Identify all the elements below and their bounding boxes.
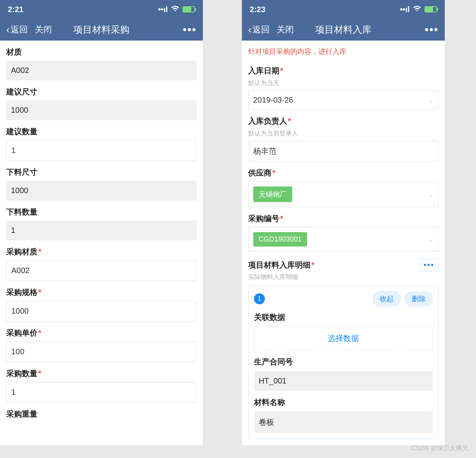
signal-icon: ••ıl — [400, 5, 410, 14]
detail-hint: 实际物料入库明细 — [248, 273, 439, 281]
collapse-button[interactable]: 收起 — [373, 291, 401, 307]
delete-button[interactable]: 删除 — [405, 291, 433, 307]
value-cut-qty: 1 — [6, 220, 197, 240]
status-icons: ••ıl — [400, 5, 437, 14]
select-in-date[interactable]: 2019-03-26 ⌄ — [248, 91, 439, 110]
label-purchase-material: 采购材质* — [6, 247, 197, 257]
hint-in-date: 默认为当天 — [248, 79, 439, 87]
input-suggested-qty[interactable] — [6, 140, 197, 161]
more-button[interactable]: ••• — [183, 23, 197, 36]
back-label: 返回 — [11, 24, 28, 36]
select-data-button[interactable]: 选择数据 — [254, 327, 433, 350]
label-purchase-spec: 采购规格* — [6, 287, 197, 298]
label-suggested-qty: 建议数量 — [6, 126, 197, 137]
label-suggested-size: 建议尺寸 — [6, 87, 197, 97]
chevron-down-icon: ⌄ — [428, 236, 433, 243]
value-material: A002 — [6, 60, 197, 80]
card-index: 1 — [254, 293, 265, 304]
label-cut-size: 下料尺寸 — [6, 167, 197, 178]
label-supplier: 供应商* — [248, 168, 439, 178]
page-title: 项目材料采购 — [73, 23, 130, 36]
label-in-owner: 入库负责人* — [248, 116, 439, 126]
detail-card: 1 收起 删除 关联数据 选择数据 生产合同号 HT_001 材料名称 卷板 — [248, 285, 439, 439]
input-purchase-spec[interactable] — [6, 301, 197, 321]
contract-label: 生产合同号 — [254, 357, 433, 367]
input-in-owner[interactable] — [248, 141, 439, 162]
select-supplier[interactable]: 无锡钢厂 ⌄ — [248, 181, 439, 207]
signal-icon: ••ıl — [158, 5, 168, 14]
purchase-no-tag: CGD1903001 — [253, 232, 307, 247]
close-button[interactable]: 关闭 — [35, 24, 52, 36]
nav-bar: ‹ 返回 关闭 项目材料入库 ••• — [242, 19, 445, 41]
label-purchase-qty: 采购数量* — [6, 368, 197, 379]
back-button[interactable]: ‹ 返回 — [6, 24, 28, 36]
material-name-label: 材料名称 — [254, 397, 433, 408]
form-content: 针对项目采购的内容，进行入库 入库日期* 默认为当天 2019-03-26 ⌄ … — [242, 41, 445, 445]
supplier-tag: 无锡钢厂 — [253, 186, 292, 202]
battery-icon — [424, 6, 437, 12]
chevron-down-icon: ⌄ — [428, 96, 433, 104]
value-cut-size: 1000 — [6, 181, 197, 201]
nav-bar: ‹ 返回 关闭 项目材料采购 ••• — [0, 19, 203, 41]
detail-title-wrap: 项目材料入库明细* — [248, 260, 314, 270]
label-purchase-price: 采购单价* — [6, 328, 197, 338]
contract-value: HT_001 — [254, 371, 433, 391]
select-purchase-no[interactable]: CGD1903001 ⌄ — [248, 227, 439, 252]
detail-more-button[interactable]: ••• — [419, 259, 439, 272]
back-label: 返回 — [252, 24, 270, 36]
status-bar: 2:23 ••ıl — [242, 0, 445, 19]
status-bar: 2:21 ••ıl — [0, 0, 203, 19]
detail-title: 项目材料入库明细* — [248, 261, 314, 269]
status-time: 2:23 — [250, 5, 265, 14]
wifi-icon — [413, 5, 421, 14]
link-label: 关联数据 — [254, 312, 433, 323]
label-purchase-no: 采购编号* — [248, 213, 439, 224]
card-header: 1 收起 删除 — [254, 291, 433, 307]
input-purchase-qty[interactable] — [6, 382, 197, 403]
in-date-value: 2019-03-26 — [253, 96, 293, 105]
page-title: 项目材料入库 — [315, 23, 371, 36]
chevron-left-icon: ‹ — [6, 24, 10, 36]
chevron-down-icon: ⌄ — [428, 191, 433, 198]
battery-icon — [183, 6, 195, 12]
watermark: CSDN @保卫大狮兄 — [411, 444, 468, 445]
chevron-left-icon: ‹ — [248, 24, 252, 36]
back-button[interactable]: ‹ 返回 — [248, 24, 270, 36]
value-suggested-size: 1000 — [6, 100, 197, 120]
label-in-date: 入库日期* — [248, 66, 439, 76]
label-material: 材质 — [6, 47, 197, 57]
status-time: 2:21 — [8, 5, 23, 14]
input-purchase-material[interactable] — [6, 260, 197, 281]
input-purchase-price[interactable] — [6, 341, 197, 362]
material-name-value: 卷板 — [254, 412, 433, 433]
form-content: 材质 A002 建议尺寸 1000 建议数量 下料尺寸 1000 下料数量 1 … — [0, 41, 203, 445]
phone-right: 2:23 ••ıl ‹ 返回 关闭 项目材料入库 ••• 针对项目采购的内容，进… — [242, 0, 445, 445]
wifi-icon — [171, 5, 179, 14]
hint-in-owner: 默认为当前登录人 — [248, 130, 439, 138]
more-button[interactable]: ••• — [425, 23, 439, 36]
phone-left: 2:21 ••ıl ‹ 返回 关闭 项目材料采购 ••• 材质 A002 建议尺… — [0, 0, 203, 445]
close-button[interactable]: 关闭 — [277, 24, 294, 36]
notice-text: 针对项目采购的内容，进行入库 — [248, 41, 439, 59]
status-icons: ••ıl — [158, 5, 195, 14]
label-purchase-weight: 采购重量 — [6, 409, 197, 419]
label-cut-qty: 下料数量 — [6, 207, 197, 217]
